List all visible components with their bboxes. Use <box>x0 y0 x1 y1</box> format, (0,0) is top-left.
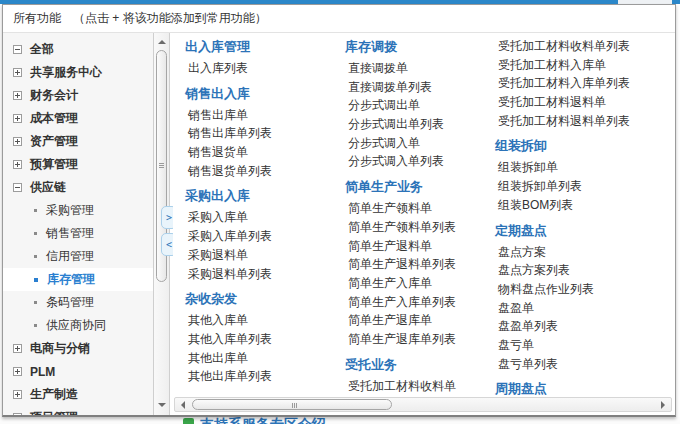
expand-icon[interactable] <box>13 390 22 399</box>
function-group-header: 库存调拨 <box>345 37 497 57</box>
function-link[interactable]: 盘亏单列表 <box>495 355 673 374</box>
function-link[interactable]: 盘点方案 <box>495 243 673 262</box>
tree-item[interactable]: 供应链 <box>3 176 153 199</box>
scroll-up-button[interactable] <box>154 35 169 49</box>
function-link[interactable]: 盘盈单 <box>495 299 673 318</box>
background-clipped-text: 支持系服务专区介绍 <box>200 417 326 424</box>
function-link[interactable]: 组装拆卸单列表 <box>495 177 673 196</box>
bullet-icon <box>34 278 38 282</box>
tree-item[interactable]: 销售管理 <box>3 222 153 245</box>
function-link[interactable]: 受托加工材料收料单 <box>345 377 497 395</box>
function-link[interactable]: 直接调拨单 <box>345 59 497 78</box>
tree-item[interactable]: 全部 <box>3 38 153 61</box>
tree-item[interactable]: 库存管理 <box>3 268 153 291</box>
function-group-header: 定期盘点 <box>495 221 673 241</box>
function-link[interactable]: 销售出库单 <box>185 106 337 125</box>
tree-item[interactable]: PLM <box>3 360 153 383</box>
function-link[interactable]: 销售退货单列表 <box>185 162 337 181</box>
tree-item[interactable]: 资产管理 <box>3 130 153 153</box>
function-link[interactable]: 简单生产入库单列表 <box>345 293 497 312</box>
expand-icon[interactable] <box>13 160 22 169</box>
function-link[interactable]: 受托加工材料入库单 <box>495 56 673 75</box>
function-link[interactable]: 简单生产退料单 <box>345 237 497 256</box>
tree-item-label: 预算管理 <box>30 156 78 173</box>
function-link[interactable]: 简单生产退料单列表 <box>345 255 497 274</box>
bullet-icon <box>34 324 37 327</box>
expand-icon[interactable] <box>13 68 22 77</box>
tree-item[interactable]: 条码管理 <box>3 291 153 314</box>
function-link[interactable]: 盘点方案列表 <box>495 261 673 280</box>
function-link[interactable]: 受托加工材料退料单列表 <box>495 112 673 131</box>
tree-item[interactable]: 共享服务中心 <box>3 61 153 84</box>
expand-icon[interactable] <box>13 413 22 415</box>
bullet-icon <box>34 255 37 258</box>
expand-icon[interactable] <box>13 114 22 123</box>
tree-item[interactable]: 预算管理 <box>3 153 153 176</box>
horizontal-scrollbar-thumb[interactable] <box>192 399 392 410</box>
function-link[interactable]: 简单生产入库单 <box>345 274 497 293</box>
function-link[interactable]: 分步式调入单列表 <box>345 152 497 171</box>
scroll-down-button[interactable] <box>154 398 169 412</box>
module-icon <box>183 418 194 424</box>
function-link[interactable]: 其他入库单 <box>185 311 337 330</box>
function-list-panel: 出入库管理出入库列表销售出入库销售出库单销售出库单列表销售退货单销售退货单列表采… <box>173 37 673 395</box>
function-link[interactable]: 采购退料单 <box>185 246 337 265</box>
function-link[interactable]: 组装拆卸单 <box>495 158 673 177</box>
tree-item-label: 财务会计 <box>30 87 78 104</box>
tree-item-label: 条码管理 <box>46 294 94 311</box>
function-group-header: 周期盘点 <box>495 379 673 395</box>
tree-item[interactable]: 生产制造 <box>3 383 153 406</box>
function-link[interactable]: 分步式调出单 <box>345 96 497 115</box>
tree-item[interactable]: 电商与分销 <box>3 337 153 360</box>
function-group-header: 受托业务 <box>345 355 497 375</box>
tree-item-label: 共享服务中心 <box>30 64 102 81</box>
tree-item[interactable]: 信用管理 <box>3 245 153 268</box>
function-link[interactable]: 直接调拨单列表 <box>345 78 497 97</box>
collapse-icon[interactable] <box>13 45 22 54</box>
expand-icon[interactable] <box>13 344 22 353</box>
expand-icon[interactable] <box>13 367 22 376</box>
tree-item[interactable]: 采购管理 <box>3 199 153 222</box>
function-link[interactable]: 盘盈单列表 <box>495 317 673 336</box>
function-link[interactable]: 采购退料单列表 <box>185 265 337 284</box>
tree-item-label: 电商与分销 <box>30 340 90 357</box>
collapse-icon[interactable] <box>13 183 22 192</box>
function-link[interactable]: 销售退货单 <box>185 143 337 162</box>
tree-item[interactable]: 项目管理 <box>3 406 153 415</box>
function-link[interactable]: 采购入库单 <box>185 208 337 227</box>
tree-item[interactable]: 成本管理 <box>3 107 153 130</box>
function-link[interactable]: 销售出库单列表 <box>185 124 337 143</box>
function-link[interactable]: 其他出库单 <box>185 349 337 368</box>
popup-body: 全部共享服务中心财务会计成本管理资产管理预算管理供应链采购管理销售管理信用管理库… <box>3 33 675 415</box>
scrollbar-grip-icon <box>292 403 293 408</box>
function-link[interactable]: 采购入库单列表 <box>185 227 337 246</box>
function-link[interactable]: 分步式调出单列表 <box>345 115 497 134</box>
tree-item[interactable]: 财务会计 <box>3 84 153 107</box>
horizontal-scrollbar[interactable] <box>174 397 672 412</box>
bullet-icon <box>34 209 37 212</box>
function-link[interactable]: 组装BOM列表 <box>495 196 673 215</box>
function-link[interactable]: 受托加工材料收料单列表 <box>495 37 673 56</box>
tree-item-label: 项目管理 <box>30 409 78 415</box>
function-link[interactable]: 简单生产退库单列表 <box>345 330 497 349</box>
tree-item-label: 全部 <box>30 41 54 58</box>
tree-item-label: 采购管理 <box>46 202 94 219</box>
function-group-header: 采购出入库 <box>185 186 337 206</box>
function-link[interactable]: 简单生产领料单列表 <box>345 218 497 237</box>
function-link[interactable]: 简单生产退库单 <box>345 311 497 330</box>
expand-icon[interactable] <box>13 137 22 146</box>
scroll-right-button[interactable] <box>656 398 670 411</box>
function-link[interactable]: 受托加工材料入库单列表 <box>495 74 673 93</box>
function-link[interactable]: 分步式调入单 <box>345 134 497 153</box>
function-link[interactable]: 简单生产领料单 <box>345 199 497 218</box>
function-link[interactable]: 出入库列表 <box>185 59 337 78</box>
scroll-left-button[interactable] <box>176 398 190 411</box>
function-link[interactable]: 其他入库单列表 <box>185 330 337 349</box>
function-link[interactable]: 盘亏单 <box>495 336 673 355</box>
function-link[interactable]: 其他出库单列表 <box>185 367 337 386</box>
function-link[interactable]: 物料盘点作业列表 <box>495 280 673 299</box>
expand-icon[interactable] <box>13 91 22 100</box>
function-link[interactable]: 受托加工材料退料单 <box>495 93 673 112</box>
left-arrow-icon <box>181 401 185 409</box>
tree-item[interactable]: 供应商协同 <box>3 314 153 337</box>
